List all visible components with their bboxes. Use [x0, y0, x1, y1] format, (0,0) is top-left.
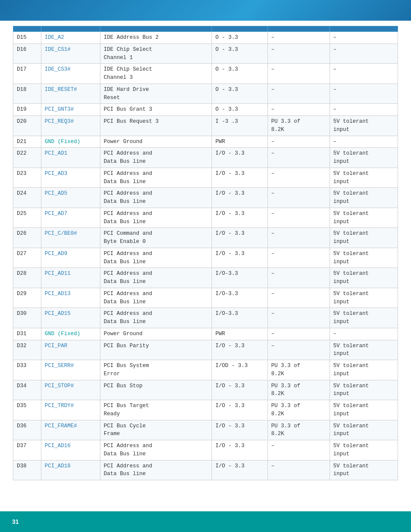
table-row: D23PCI_AD3PCI Address andData Bus lineI/…	[13, 168, 398, 188]
cell-io: I/O - 3.3	[212, 340, 268, 360]
cell-notes: –	[330, 84, 398, 104]
cell-io: I/O-3.3	[212, 268, 268, 288]
cell-pin: D26	[13, 228, 41, 248]
cell-signal: IDE_RESET#	[41, 84, 100, 104]
cell-desc: PCI Bus Grant 3	[100, 104, 212, 116]
cell-desc: PCI Address andData Bus line	[100, 288, 212, 308]
cell-signal: IDE_CS3#	[41, 64, 100, 84]
cell-desc: PCI Address andData Bus line	[100, 208, 212, 228]
table-header-row	[13, 26, 398, 32]
cell-io: I/O - 3.3	[212, 228, 268, 248]
bottom-bar: 31	[0, 511, 411, 532]
cell-notes: 5V tolerantinput	[330, 288, 398, 308]
cell-io: I/O-3.3	[212, 288, 268, 308]
cell-notes: 5V tolerantinput	[330, 116, 398, 136]
cell-pu: –	[268, 104, 330, 116]
table-row: D33PCI_SERR#PCI Bus SystemErrorI/OD - 3.…	[13, 360, 398, 380]
cell-io: I/O - 3.3	[212, 460, 268, 480]
cell-desc: PCI Bus Request 3	[100, 116, 212, 136]
cell-desc: IDE Chip SelectChannel 1	[100, 44, 212, 64]
cell-desc: PCI Bus Stop	[100, 380, 212, 400]
cell-notes: 5V tolerantinput	[330, 208, 398, 228]
cell-pin: D36	[13, 420, 41, 440]
cell-pin: D28	[13, 268, 41, 288]
cell-io: I/O - 3.3	[212, 440, 268, 460]
cell-signal: IDE_A2	[41, 32, 100, 44]
table-row: D36PCI_FRAME#PCI Bus CycleFrameI/O - 3.3…	[13, 420, 398, 440]
cell-pu: –	[268, 32, 330, 44]
cell-io: I/O - 3.3	[212, 208, 268, 228]
cell-pu: PU 3.3 of8.2K	[268, 380, 330, 400]
pin-table: D15IDE_A2IDE Address Bus 2O - 3.3––D16ID…	[13, 26, 398, 480]
cell-io: I/OD - 3.3	[212, 360, 268, 380]
cell-pin: D32	[13, 340, 41, 360]
cell-signal: GND (Fixed)	[41, 136, 100, 148]
table-row: D16IDE_CS1#IDE Chip SelectChannel 1O - 3…	[13, 44, 398, 64]
table-row: D37PCI_AD16PCI Address andData Bus lineI…	[13, 440, 398, 460]
cell-notes: 5V tolerantinput	[330, 440, 398, 460]
cell-io: O - 3.3	[212, 84, 268, 104]
cell-notes: 5V tolerantinput	[330, 168, 398, 188]
cell-pin: D22	[13, 148, 41, 168]
col-header-notes	[330, 26, 398, 32]
cell-io: I/O - 3.3	[212, 420, 268, 440]
cell-io: O - 3.3	[212, 64, 268, 84]
cell-pin: D16	[13, 44, 41, 64]
cell-notes: –	[330, 44, 398, 64]
cell-pu: –	[268, 340, 330, 360]
cell-desc: PCI Address andData Bus line	[100, 148, 212, 168]
cell-notes: 5V tolerantinput	[330, 248, 398, 268]
table-row: D15IDE_A2IDE Address Bus 2O - 3.3––	[13, 32, 398, 44]
cell-io: PWR	[212, 328, 268, 340]
cell-pin: D29	[13, 288, 41, 308]
cell-desc: IDE Hard DriveReset	[100, 84, 212, 104]
cell-io: I/O - 3.3	[212, 168, 268, 188]
cell-pu: –	[268, 460, 330, 480]
cell-signal: PCI_STOP#	[41, 380, 100, 400]
col-header-pin	[13, 26, 41, 32]
main-content: D15IDE_A2IDE Address Bus 2O - 3.3––D16ID…	[13, 26, 398, 506]
cell-pu: –	[268, 44, 330, 64]
cell-desc: PCI Address andData Bus line	[100, 168, 212, 188]
cell-notes: 5V tolerantinput	[330, 340, 398, 360]
table-row: D19PCI_GNT3#PCI Bus Grant 3O - 3.3––	[13, 104, 398, 116]
table-row: D30PCI_AD15PCI Address andData Bus lineI…	[13, 308, 398, 328]
cell-desc: PCI Bus TargetReady	[100, 400, 212, 420]
table-row: D28PCI_AD11PCI Address andData Bus lineI…	[13, 268, 398, 288]
cell-notes: 5V tolerantinput	[330, 460, 398, 480]
cell-pin: D38	[13, 460, 41, 480]
table-row: D35PCI_TRDY#PCI Bus TargetReadyI/O - 3.3…	[13, 400, 398, 420]
cell-pu: –	[268, 188, 330, 208]
cell-desc: IDE Address Bus 2	[100, 32, 212, 44]
col-header-desc	[100, 26, 212, 32]
cell-pu: –	[268, 136, 330, 148]
cell-desc: PCI Bus SystemError	[100, 360, 212, 380]
cell-notes: 5V tolerantinput	[330, 420, 398, 440]
cell-pin: D15	[13, 32, 41, 44]
cell-signal: IDE_CS1#	[41, 44, 100, 64]
table-row: D26PCI_C/BE0#PCI Command andByte Enable …	[13, 228, 398, 248]
table-row: D24PCI_AD5PCI Address andData Bus lineI/…	[13, 188, 398, 208]
cell-pu: –	[268, 208, 330, 228]
cell-io: I/O - 3.3	[212, 380, 268, 400]
cell-signal: PCI_AD9	[41, 248, 100, 268]
cell-desc: PCI Address andData Bus line	[100, 248, 212, 268]
col-header-signal	[41, 26, 100, 32]
cell-notes: 5V tolerantinput	[330, 188, 398, 208]
cell-io: I/O - 3.3	[212, 188, 268, 208]
cell-desc: Power Ground	[100, 136, 212, 148]
cell-pu: PU 3.3 of8.2K	[268, 400, 330, 420]
cell-pu: –	[268, 168, 330, 188]
cell-notes: 5V tolerantinput	[330, 268, 398, 288]
cell-pu: –	[268, 328, 330, 340]
table-row: D31GND (Fixed)Power GroundPWR––	[13, 328, 398, 340]
cell-notes: –	[330, 32, 398, 44]
cell-signal: GND (Fixed)	[41, 328, 100, 340]
table-row: D38PCI_AD18PCI Address andData Bus lineI…	[13, 460, 398, 480]
cell-desc: PCI Command andByte Enable 0	[100, 228, 212, 248]
cell-pu: PU 3.3 of8.2K	[268, 420, 330, 440]
cell-pu: –	[268, 248, 330, 268]
cell-desc: PCI Bus CycleFrame	[100, 420, 212, 440]
cell-signal: PCI_C/BE0#	[41, 228, 100, 248]
cell-notes: –	[330, 136, 398, 148]
